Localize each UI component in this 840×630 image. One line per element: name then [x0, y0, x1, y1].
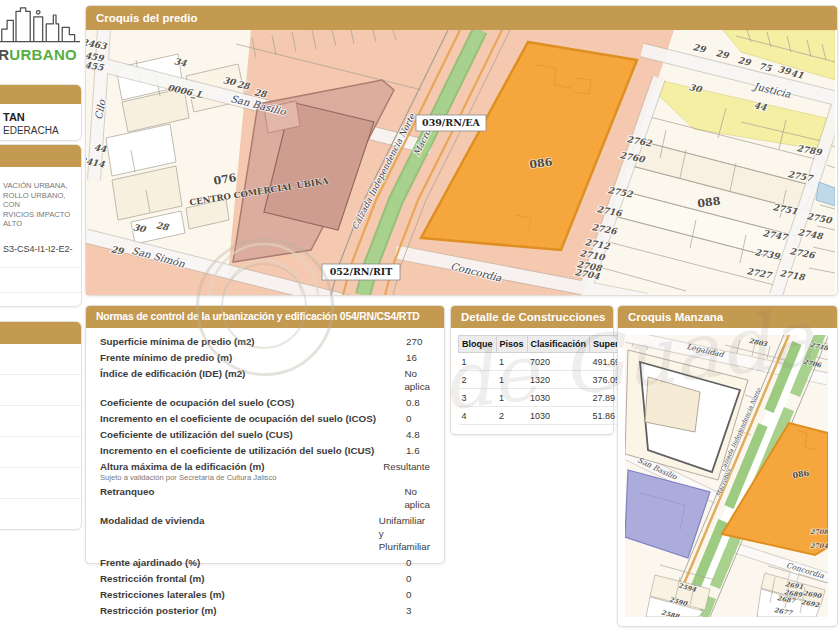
panel-title: Croquis del predio	[86, 6, 837, 30]
normas-row: Incremento en el coeficiente de utilizac…	[100, 442, 430, 458]
panel-normas: Normas de control de la urbanización y e…	[85, 305, 445, 564]
normas-label: Incremento en el coeficiente de utilizac…	[100, 444, 406, 457]
normas-label: Índice de edificación (IDE) (m2)	[100, 367, 404, 380]
table-cell: 2	[496, 407, 527, 425]
map-label: 039/RN/EA	[422, 117, 481, 128]
normas-row: Frente mínimo de predio (m)16	[100, 349, 430, 365]
sidebar-card-header	[0, 145, 81, 167]
normas-row: Restricción frontal (m)0	[100, 570, 430, 586]
sidebar-row	[0, 499, 81, 529]
normas-label: Coeficiente de utilización del suelo (CU…	[100, 428, 406, 441]
sidebar-zone-card: TAN EDERACHA	[0, 84, 82, 141]
sidebar-list-card	[0, 321, 82, 530]
normas-label: Retranqueo	[100, 485, 404, 498]
normas-label: Restricción frontal (m)	[100, 572, 406, 585]
normas-value: Unifamiliar y Plurifamiliar	[379, 514, 430, 553]
normas-value: 16	[406, 351, 430, 364]
normas-label: Altura máxima de la edificación (m)Sujet…	[100, 460, 383, 482]
sidebar-row	[0, 437, 81, 468]
normas-value: Resultante	[383, 460, 430, 473]
sidebar-row	[0, 406, 81, 437]
constructions-table: BloquePisosClasificaciónSuperficie 11702…	[458, 335, 641, 425]
table-cell: 1320	[527, 371, 590, 389]
normas-value: 4.8	[406, 428, 430, 441]
normas-label: Modalidad de vivienda	[100, 514, 379, 527]
column-header: Pisos	[496, 336, 527, 353]
construction-row: 42103051.86 m²	[459, 407, 641, 425]
table-cell: 7020	[527, 353, 590, 371]
normas-value: 0.8	[406, 396, 430, 409]
map-label: 2708	[810, 528, 828, 536]
sidebar-card-header	[0, 85, 81, 104]
normas-row: Índice de edificación (IDE) (m2)No aplic…	[100, 365, 430, 394]
table-cell: 4	[459, 407, 497, 425]
normas-value: 0	[406, 412, 430, 425]
city-skyline-icon	[0, 0, 80, 46]
sidebar-card-header	[0, 322, 81, 344]
table-cell: 2	[459, 371, 497, 389]
normas-value: 270	[406, 335, 430, 348]
normas-label: Frente mínimo de predio (m)	[100, 351, 406, 364]
sidebar-row	[0, 267, 81, 292]
construction-row: 211320376.05 m²	[459, 371, 641, 389]
normas-label: Incremento en el coeficiente de ocupació…	[100, 412, 406, 425]
normas-value: No aplica	[404, 485, 430, 511]
croquis-predio-map[interactable]: CiloSan BasilioSan SimónConcordiaJustici…	[86, 30, 835, 295]
normas-row: Modalidad de viviendaUnifamiliar y Pluri…	[100, 512, 430, 554]
column-header: Clasificación	[527, 336, 590, 353]
normas-value: No aplica	[404, 367, 430, 393]
normas-value: 1.6	[406, 444, 430, 457]
colonia-name: EDERACHA	[3, 125, 81, 136]
panel-title: Croquis Manzana	[618, 306, 837, 328]
land-use-text: RVICIOS IMPACTO ALTO	[3, 210, 81, 229]
map-label: 052/RN/RIT	[330, 266, 393, 277]
sidebar-row	[0, 375, 81, 406]
panel-title: Normas de control de la urbanización y e…	[86, 306, 444, 328]
normas-note: Sujeto a validación por Secretaría de Cu…	[100, 473, 383, 482]
normas-value: 3	[406, 604, 430, 617]
table-cell: 1	[496, 389, 527, 407]
normas-row: Coeficiente de ocupación del suelo (COS)…	[100, 394, 430, 410]
normas-label: Restricciones laterales (m)	[100, 588, 406, 601]
table-cell: 1030	[527, 407, 590, 425]
table-cell: 1	[496, 371, 527, 389]
normas-row: Altura máxima de la edificación (m)Sujet…	[100, 458, 430, 483]
table-cell: 1	[459, 353, 497, 371]
column-header: Bloque	[459, 336, 497, 353]
normas-table: Superficie mínima de predio (m2)270Frent…	[86, 328, 444, 621]
normas-label: Frente ajardinado (%)	[100, 556, 406, 569]
normas-row: Restricción posterior (m)3	[100, 602, 430, 618]
logo-part-green: URBANO	[9, 46, 77, 63]
normas-row: Restricciones laterales (m)0	[100, 586, 430, 602]
normas-label: Superficie mínima de predio (m2)	[100, 335, 406, 348]
sidebar-row	[0, 468, 81, 499]
panel-detalle-construcciones: Detalle de Construcciones BloquePisosCla…	[450, 305, 614, 435]
normas-value: 0	[406, 572, 430, 585]
normas-row: Superficie mínima de predio (m2)270	[100, 333, 430, 349]
panel-title: Detalle de Construcciones	[451, 306, 613, 328]
normas-value: 0	[406, 588, 430, 601]
table-cell: 1030	[527, 389, 590, 407]
normas-row: Coeficiente de utilización del suelo (CU…	[100, 426, 430, 442]
table-cell: 1	[496, 353, 527, 371]
visor-urbano-logo: ORURBANO	[0, 0, 80, 74]
croquis-manzana-map[interactable]: LegalidadSan BasilioConcordiaCalzada Ind…	[625, 335, 828, 617]
logo-part-gray: OR	[0, 46, 9, 63]
panel-croquis-predio: Croquis del predio	[85, 5, 838, 296]
normas-row: Frente ajardinado (%)0	[100, 554, 430, 570]
land-use-text: VACIÓN URBANA,	[3, 181, 81, 191]
normas-row: RetranqueoNo aplica	[100, 483, 430, 512]
construction-row: 31103027.89 m²	[459, 389, 641, 407]
sidebar-row	[0, 292, 81, 308]
normas-value: 0	[406, 556, 430, 569]
land-use-text: ROLLO URBANO, CON	[3, 191, 81, 210]
zone-name: TAN	[3, 111, 81, 123]
logo-wordmark: ORURBANO	[0, 46, 77, 63]
sidebar-uses-card: VACIÓN URBANA, ROLLO URBANO, CON RVICIOS…	[0, 144, 82, 307]
table-cell: 3	[459, 389, 497, 407]
normas-label: Restricción posterior (m)	[100, 604, 406, 617]
map-label: 2704	[810, 542, 828, 550]
construction-row: 117020491.69 m²	[459, 353, 641, 371]
sidebar-row	[0, 344, 81, 375]
normas-row: Incremento en el coeficiente de ocupació…	[100, 410, 430, 426]
